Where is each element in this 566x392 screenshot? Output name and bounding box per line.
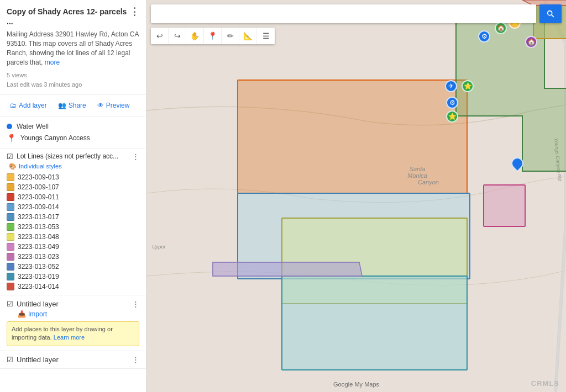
eye-icon: 👁 — [97, 102, 104, 109]
map-toolbar — [151, 4, 562, 23]
undo-tool[interactable]: ↩ — [151, 28, 169, 44]
marker-green-2[interactable]: ⭐ — [462, 80, 474, 92]
import-icon: 📥 — [18, 310, 26, 318]
untitled-layer-2: ☑ Untitled layer ⋮ — [0, 351, 146, 369]
lot-lines-menu-icon[interactable]: ⋮ — [132, 152, 139, 161]
map-tools: ↩ ↪ ✋ 📍 ✏ 📐 ☰ — [151, 28, 275, 44]
preview-button[interactable]: 👁 Preview — [94, 99, 133, 112]
parcel-color — [7, 223, 14, 231]
description-more-link[interactable]: more — [45, 59, 60, 66]
list-item: Water Well — [7, 121, 139, 132]
map-area[interactable]: Youngs Canyon Rd Upper Santa Monica Cany… — [146, 0, 566, 392]
svg-line-18 — [552, 15, 554, 17]
untitled-layer-1-menu-icon[interactable]: ⋮ — [132, 300, 139, 308]
parcel-color — [7, 213, 14, 221]
lot-lines-layer: ☑ Lot Lines (sizes not perfectly acc... … — [0, 149, 146, 295]
parcels-svg: Santa Monica Canyon — [146, 0, 566, 392]
redo-tool[interactable]: ↪ — [169, 28, 186, 44]
svg-marker-13 — [213, 262, 362, 276]
list-item: 3223-013-052 — [7, 262, 139, 272]
map-description: Mailing Address 32901 Hawley Rd, Acton C… — [7, 30, 139, 67]
share-icon: 👥 — [58, 102, 66, 109]
list-item: 3223-013-023 — [7, 252, 139, 262]
parcel-color — [7, 253, 14, 261]
svg-point-17 — [548, 11, 552, 15]
untitled-layer-1-title: ☑ Untitled layer — [7, 300, 59, 308]
crmls-watermark: CRMLS — [531, 379, 559, 388]
marker-blue-1[interactable]: ⚙ — [478, 30, 490, 43]
add-layer-icon: 🗂 — [10, 102, 17, 109]
parcel-color — [7, 273, 14, 280]
list-item: 3223-013-048 — [7, 232, 139, 242]
marker-purple-1[interactable]: 🏠 — [525, 36, 537, 48]
list-item: 3223-014-014 — [7, 282, 139, 292]
untitled-layer-2-menu-icon[interactable]: ⋮ — [132, 356, 139, 364]
individual-styles-label: 🎨 Individual styles — [9, 163, 139, 170]
svg-rect-3 — [238, 80, 467, 193]
import-button[interactable]: 📥 Import — [18, 310, 139, 318]
add-places-tip: Add places to this layer by drawing or i… — [7, 321, 139, 346]
svg-rect-11 — [484, 185, 525, 226]
parcel-color — [7, 183, 14, 191]
untitled-layer-2-header: ☑ Untitled layer ⋮ — [7, 356, 139, 364]
search-input[interactable] — [151, 4, 536, 23]
svg-rect-10 — [282, 276, 467, 370]
marker-tool[interactable]: 📍 — [204, 28, 222, 44]
sidebar-header: Copy of Shady Acres 12- parcels ... ⋮ Ma… — [0, 0, 146, 95]
pin-icon: 📍 — [7, 134, 16, 142]
sidebar: Copy of Shady Acres 12- parcels ... ⋮ Ma… — [0, 0, 146, 392]
list-item: 3223-009-014 — [7, 202, 139, 212]
sidebar-actions: 🗂 Add layer 👥 Share 👁 Preview — [0, 95, 146, 116]
lot-lines-title: ☑ Lot Lines (sizes not perfectly acc... — [7, 152, 118, 161]
hand-tool[interactable]: ✋ — [186, 28, 204, 44]
water-well-icon — [7, 124, 12, 129]
list-item: 3223-013-017 — [7, 212, 139, 222]
search-button[interactable] — [539, 4, 562, 23]
parcel-color — [7, 243, 14, 251]
marker-green-3[interactable]: ⭐ — [446, 110, 458, 123]
measure-tool[interactable]: 📐 — [239, 28, 257, 44]
learn-more-link[interactable]: Learn more — [54, 334, 85, 341]
untitled-layer-2-title: ☑ Untitled layer — [7, 356, 59, 364]
svg-text:Canyon: Canyon — [418, 179, 439, 186]
list-item: 3223-009-011 — [7, 192, 139, 202]
parcel-color — [7, 263, 14, 271]
marker-green-1[interactable]: 🏠 — [495, 22, 507, 34]
list-item: 3223-013-053 — [7, 222, 139, 232]
map-title-menu-icon[interactable]: ⋮ — [129, 7, 139, 17]
map-footer: Google My Maps — [333, 381, 379, 388]
list-item: 3223-009-107 — [7, 182, 139, 192]
map-meta: 5 views Last edit was 3 minutes ago — [7, 71, 139, 90]
parcel-color — [7, 233, 14, 241]
parcel-color — [7, 193, 14, 201]
list-item: 📍 Youngs Canyon Access — [7, 132, 139, 144]
menu-tool[interactable]: ☰ — [257, 28, 275, 44]
simple-layer-section: Water Well 📍 Youngs Canyon Access — [0, 116, 146, 149]
svg-text:Santa: Santa — [410, 166, 426, 172]
list-item: 3223-013-019 — [7, 272, 139, 282]
draw-tool[interactable]: ✏ — [222, 28, 239, 44]
marker-blue-3[interactable]: ⚙ — [446, 97, 458, 109]
list-item: 3223-013-049 — [7, 242, 139, 252]
parcel-color — [7, 173, 14, 181]
map-title-text: Copy of Shady Acres 12- parcels ... — [7, 7, 127, 27]
checkbox-icon[interactable]: ☑ — [7, 356, 13, 364]
svg-text:Monica: Monica — [407, 172, 427, 179]
list-item: 3223-009-013 — [7, 172, 139, 182]
share-button[interactable]: 👥 Share — [55, 99, 90, 112]
parcel-color — [7, 283, 14, 290]
marker-blue-2[interactable]: ✈ — [445, 80, 457, 92]
untitled-layer-1: ☑ Untitled layer ⋮ 📥 Import Add places t… — [0, 295, 146, 351]
checkbox-icon[interactable]: ☑ — [7, 300, 13, 308]
parcel-color — [7, 203, 14, 211]
add-layer-button[interactable]: 🗂 Add layer — [7, 99, 50, 112]
style-icon: 🎨 — [9, 163, 17, 170]
map-title: Copy of Shady Acres 12- parcels ... ⋮ — [7, 7, 139, 27]
parcel-list: 3223-009-013 3223-009-107 3223-009-011 3… — [7, 172, 139, 292]
checkbox-icon[interactable]: ☑ — [7, 152, 13, 161]
lot-lines-header: ☑ Lot Lines (sizes not perfectly acc... … — [7, 152, 139, 161]
untitled-layer-1-header: ☑ Untitled layer ⋮ — [7, 300, 139, 308]
